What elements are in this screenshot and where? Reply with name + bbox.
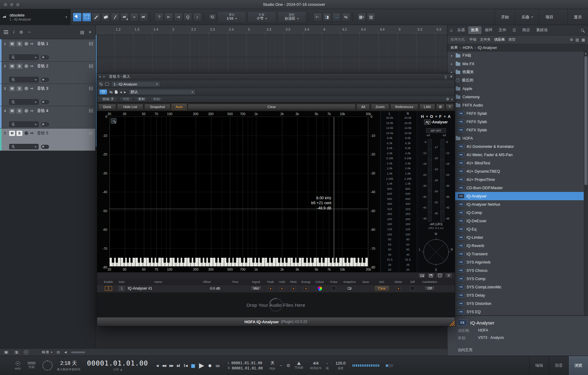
play-button[interactable]: ▶: [199, 362, 204, 369]
record-arm-button[interactable]: [24, 64, 28, 68]
cell-button[interactable]: Mid: [251, 286, 262, 291]
zoom-tool-icon[interactable]: [111, 118, 116, 124]
track-row-1[interactable]: 1MS音轨 1无▾: [0, 39, 95, 62]
minimize-window-button[interactable]: [10, 3, 13, 6]
start-button[interactable]: 开始: [495, 9, 515, 25]
automation-mode-button[interactable]: 自动: 关: [99, 97, 117, 102]
record-arm-button[interactable]: [24, 109, 28, 113]
zoom-window-button[interactable]: [16, 3, 20, 6]
sort-type[interactable]: 类型: [508, 37, 515, 42]
record-arm-button[interactable]: [24, 131, 28, 135]
tree-item[interactable]: ▾FKFX Audio: [447, 101, 584, 109]
tree-item[interactable]: FXIQ-Reverb: [447, 242, 584, 250]
wrench-icon[interactable]: ⚙: [19, 30, 23, 35]
tree-item[interactable]: FXIQ-Analyser: [447, 192, 584, 200]
mixer-view-button[interactable]: ▥: [367, 13, 375, 21]
track-row-3[interactable]: 3MS音轨 3无▾: [0, 84, 95, 106]
scrollbar-thumb[interactable]: [584, 56, 587, 185]
tab-cloud[interactable]: 云: [510, 26, 519, 34]
horizontal-scrollbar-thumb[interactable]: [71, 351, 85, 353]
breadcrumb-item[interactable]: HOFA: [463, 46, 473, 50]
plugin-snapshot-button[interactable]: Snapshot: [144, 104, 171, 110]
tree-item[interactable]: FXFKFX Sylab: [447, 109, 584, 118]
scroll-up-icon[interactable]: ▲: [584, 51, 588, 56]
time-signature[interactable]: 4/4 时间信号: [310, 361, 322, 370]
track-input-select[interactable]: 无▾: [9, 144, 39, 149]
checkbox-checked[interactable]: ×: [269, 286, 273, 291]
track-input-select[interactable]: 无▾: [9, 54, 39, 60]
snap-mode-select[interactable]: 标准 ▾: [42, 350, 52, 354]
loop-range[interactable]: L00001.01.01.00 R00001.01.01.00: [228, 361, 263, 370]
tree-item[interactable]: FXSYS Delay: [447, 291, 584, 299]
tree-item[interactable]: FXIQ-Eq: [447, 225, 584, 233]
paste-button[interactable]: 粘贴: [150, 97, 163, 102]
automation-toggle[interactable]: [41, 78, 49, 82]
expand-arrow-icon[interactable]: ▸: [450, 62, 454, 66]
tab-instruments[interactable]: 乐器: [454, 26, 468, 34]
record-button[interactable]: ●: [208, 362, 212, 369]
tree-item[interactable]: FXIQ-Transient: [447, 250, 584, 258]
plugin-help-button[interactable]: ?: [446, 104, 454, 110]
track-input-select[interactable]: 无▾: [9, 122, 39, 127]
panel-grid-icon[interactable]: ▦: [582, 38, 585, 42]
ab-compare-icon[interactable]: ⇆: [109, 90, 113, 94]
checkbox-checked[interactable]: ×: [291, 286, 296, 291]
monitor-button[interactable]: [30, 87, 34, 90]
mute-button[interactable]: M: [9, 86, 15, 91]
grid-add-button[interactable]: ▦▾: [357, 13, 366, 21]
copy-button[interactable]: 复制: [135, 97, 148, 102]
quantize-select[interactable]: 量化 1/16▾: [217, 11, 246, 23]
fast-forward-button[interactable]: ▶▶: [169, 364, 173, 368]
plugin-clear-button[interactable]: Clear: [188, 104, 356, 110]
tree-item[interactable]: FX4U+ DynamicTiltEQ: [447, 167, 584, 175]
plugin-all-button[interactable]: All: [356, 104, 370, 110]
previous-bar-button[interactable]: ◀: [156, 364, 158, 368]
project-button[interactable]: 项目: [539, 9, 560, 25]
tempo[interactable]: 120.0 速度: [336, 361, 346, 370]
chevron-down-icon[interactable]: ▾: [451, 98, 453, 101]
solo-button[interactable]: S: [17, 41, 22, 47]
tree-item[interactable]: FXIQ-Analyser NetAux: [447, 200, 584, 208]
tree-item[interactable]: FXSYS Distortion: [447, 299, 584, 308]
volume-toggle[interactable]: [385, 363, 394, 368]
breadcrumb-item[interactable]: 效果: [450, 45, 458, 50]
monitor-icon[interactable]: [24, 350, 28, 354]
timebase-select[interactable]: 时基 小节▾: [247, 11, 276, 23]
record-arm-button[interactable]: [24, 87, 28, 90]
bypass-icon[interactable]: [99, 82, 103, 86]
quantize-action-button[interactable]: Q: [183, 13, 192, 21]
mute-button[interactable]: M: [9, 41, 15, 47]
solo-button[interactable]: S: [17, 86, 22, 91]
search-icon[interactable]: [581, 29, 584, 32]
compare-button[interactable]: 对照: [119, 97, 133, 102]
plugin-window-titlebar[interactable]: ▾ + 音轨 5 - 插入 ✕: [97, 73, 455, 80]
marker-mode-button[interactable]: ◨: [323, 13, 331, 21]
next-preset-button[interactable]: ▶: [124, 91, 126, 94]
checkbox-empty[interactable]: [332, 286, 336, 291]
cell-button[interactable]: Off: [424, 286, 435, 291]
input-quantize-button[interactable]: IQ: [209, 14, 216, 21]
save-button[interactable]: [427, 273, 435, 278]
browse-button[interactable]: 浏览: [568, 356, 588, 375]
metronome-toggle[interactable]: 节拍器: [295, 362, 303, 370]
nudge-left-button[interactable]: ⇤: [164, 13, 173, 21]
tree-item[interactable]: FXSYS CompListenMic: [447, 283, 584, 291]
plugin-lan-button[interactable]: LAN: [419, 104, 435, 110]
solo-button[interactable]: S: [17, 64, 22, 69]
nudge-right-button[interactable]: ⇥: [174, 13, 183, 21]
pin-icon[interactable]: [445, 76, 447, 78]
snapshot-table-row[interactable]: 1SIQ-Analyser #10.0 dBMid××××Clear×Off: [97, 284, 455, 292]
tab-loops[interactable]: 循环: [482, 26, 495, 34]
breadcrumb-item[interactable]: IQ-Analyser: [478, 46, 497, 50]
close-window-button[interactable]: [4, 3, 7, 6]
scrollbar[interactable]: ▲: [584, 51, 588, 315]
scroll-left-icon[interactable]: ◀: [64, 350, 66, 354]
tab-pool[interactable]: 素材池: [533, 26, 551, 34]
record-arm-button[interactable]: [24, 42, 28, 46]
loop-button[interactable]: ∞: [216, 363, 220, 369]
plugin-power-button[interactable]: [99, 89, 107, 95]
mute-button[interactable]: M: [9, 64, 15, 69]
tree-item[interactable]: ▾HOFA: [447, 134, 584, 142]
monitor-button[interactable]: [30, 42, 34, 46]
resize-grip[interactable]: [449, 321, 455, 326]
